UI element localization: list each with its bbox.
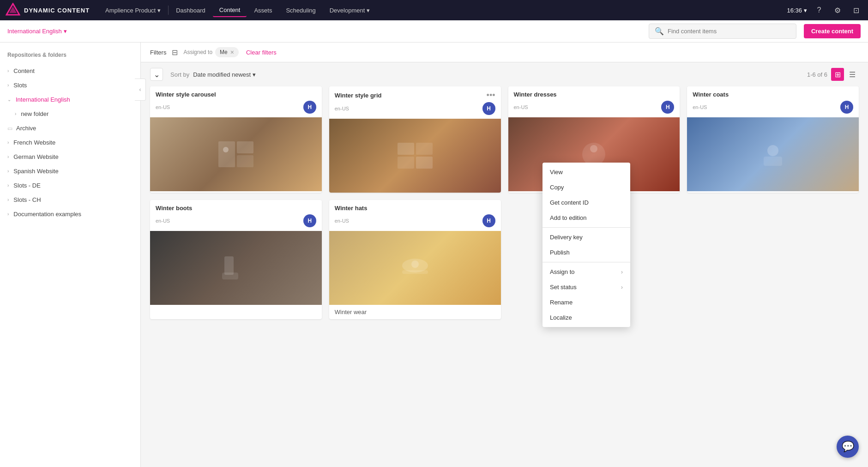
nav-label-dashboard: Dashboard (176, 7, 205, 14)
menu-item-set-status[interactable]: Set status › (542, 279, 630, 295)
sort-bar: ⌄ Sort by Date modified newest ▾ 1-6 of … (141, 62, 868, 86)
chevron-icon: › (7, 169, 9, 174)
menu-label-get-content-id: Get content ID (550, 199, 589, 206)
chevron-icon: › (7, 183, 9, 188)
card-image-2 (329, 119, 501, 193)
menu-item-localize[interactable]: Localize (542, 310, 630, 325)
sidebar-label-content: Content (13, 67, 35, 74)
nav-item-content[interactable]: Content (213, 4, 247, 17)
sidebar-item-slots-de[interactable]: › Slots - DE (0, 178, 140, 193)
svg-rect-7 (416, 143, 433, 155)
sidebar-item-slots[interactable]: › Slots (0, 78, 140, 92)
content-card-winter-boots[interactable]: Winter boots en-US H (150, 200, 322, 319)
card-title-6: Winter hats (335, 205, 368, 212)
nav-item-development[interactable]: Development ▾ (323, 4, 377, 17)
sidebar-item-content[interactable]: › Content (0, 64, 140, 78)
svg-rect-2 (218, 141, 235, 167)
panel-collapse-button[interactable]: ⌄ (150, 68, 163, 81)
clock-arrow[interactable]: ▾ (804, 7, 807, 14)
svg-rect-17 (402, 270, 428, 274)
sidebar-item-spanish-website[interactable]: › Spanish Website (0, 164, 140, 178)
chip-close-button[interactable]: × (230, 49, 234, 56)
chip-value-me: Me × (215, 47, 239, 57)
card-header-5: Winter boots (150, 200, 322, 214)
create-content-button[interactable]: Create content (804, 24, 861, 38)
menu-item-delivery-key[interactable]: Delivery key (542, 230, 630, 245)
sort-select[interactable]: Date modified newest ▾ (193, 71, 256, 78)
context-menu: View Copy Get content ID Add to edition … (542, 163, 630, 327)
list-view-button[interactable]: ☰ (846, 68, 859, 81)
svg-rect-8 (398, 157, 414, 169)
search-icon: 🔍 (655, 27, 664, 36)
menu-item-assign-to[interactable]: Assign to › (542, 264, 630, 279)
sidebar-label-slots-de: Slots - DE (13, 182, 41, 189)
content-card-winter-style-grid[interactable]: Winter style grid ••• en-US H (329, 86, 501, 193)
sidebar-item-archive[interactable]: ▭ Archive (0, 121, 140, 135)
svg-point-5 (223, 147, 229, 152)
menu-item-publish[interactable]: Publish (542, 245, 630, 260)
nav-arrow-development: ▾ (367, 7, 370, 14)
menu-item-add-to-edition[interactable]: Add to edition (542, 210, 630, 225)
sidebar-item-french-website[interactable]: › French Website (0, 135, 140, 150)
menu-label-delivery-key: Delivery key (550, 234, 583, 241)
avatar-2: H (482, 102, 495, 115)
assigned-to-label: Assigned to (183, 49, 212, 55)
view-toggle: ⊞ ☰ (831, 68, 859, 81)
content-card-winter-coats[interactable]: Winter coats en-US H (687, 86, 859, 193)
clear-filters-button[interactable]: Clear filters (246, 49, 277, 56)
sidebar-item-international-english[interactable]: ⌄ International English (0, 92, 140, 107)
grid-view-button[interactable]: ⊞ (831, 68, 844, 81)
sidebar-item-slots-ch[interactable]: › Slots - CH (0, 193, 140, 207)
card-header-3: Winter dresses (508, 86, 680, 101)
menu-label-copy: Copy (550, 184, 564, 191)
content-grid-wrapper: Winter style carousel en-US H (141, 86, 868, 328)
nav-item-amplience[interactable]: Amplience Product ▾ (99, 4, 167, 17)
nav-item-scheduling[interactable]: Scheduling (279, 4, 322, 17)
sidebar-item-new-folder[interactable]: › new folder (0, 107, 140, 121)
search-bar[interactable]: 🔍 (649, 24, 796, 39)
chevron-icon: › (7, 212, 9, 217)
menu-item-view[interactable]: View (542, 164, 630, 180)
filter-chip-assigned: Assigned to Me × (183, 47, 239, 57)
card-meta-2: en-US H (329, 102, 501, 119)
nav-item-dashboard[interactable]: Dashboard (169, 4, 212, 17)
menu-item-rename[interactable]: Rename (542, 295, 630, 310)
card-menu-button-2[interactable]: ••• (487, 91, 495, 99)
collapse-icon: ‹ (139, 86, 141, 93)
help-button[interactable]: ? (813, 4, 826, 17)
image-icon (217, 254, 254, 282)
sidebar-item-documentation-examples[interactable]: › Documentation examples (0, 207, 140, 221)
sidebar-item-german-website[interactable]: › German Website (0, 150, 140, 164)
nav-right: 16:36 ▾ ? ⚙ ⊡ (787, 4, 862, 17)
card-title-1: Winter style carousel (156, 91, 216, 98)
menu-item-get-content-id[interactable]: Get content ID (542, 195, 630, 210)
card-locale-6: en-US (335, 218, 349, 224)
image-icon (397, 142, 434, 170)
logo-area[interactable]: DYNAMIC CONTENT (6, 3, 90, 18)
sidebar-collapse-button[interactable]: ‹ (135, 79, 146, 101)
avatar-5: H (303, 214, 316, 227)
locale-selector[interactable]: International English ▾ (7, 28, 67, 35)
sidebar: Repositories & folders › Content › Slots… (0, 42, 141, 467)
user-button[interactable]: ⊡ (850, 4, 862, 17)
card-meta-5: en-US H (150, 214, 322, 231)
filters-label: Filters (150, 49, 166, 56)
content-card-winter-style-carousel[interactable]: Winter style carousel en-US H (150, 86, 322, 193)
chat-button[interactable]: 💬 (837, 436, 859, 458)
card-locale-4: en-US (693, 104, 707, 110)
card-locale-5: en-US (156, 218, 170, 224)
chat-icon: 💬 (842, 441, 854, 453)
search-input[interactable] (668, 28, 790, 35)
svg-rect-6 (398, 143, 414, 155)
nav-item-assets[interactable]: Assets (247, 4, 278, 17)
content-card-winter-hats[interactable]: Winter hats en-US H (329, 200, 501, 319)
sub-header: International English ▾ 🔍 Create content (0, 20, 868, 42)
settings-button[interactable]: ⚙ (831, 4, 844, 17)
card-label-6: Winter wear (329, 305, 501, 319)
avatar-3: H (661, 101, 674, 114)
content-area: Filters ⊟ Assigned to Me × Clear filters… (141, 42, 868, 467)
filter-icon-button[interactable]: ⊟ (172, 48, 178, 57)
menu-item-copy[interactable]: Copy (542, 180, 630, 195)
nav-arrow-amplience: ▾ (157, 7, 161, 14)
sidebar-label-german-website: German Website (13, 153, 58, 160)
